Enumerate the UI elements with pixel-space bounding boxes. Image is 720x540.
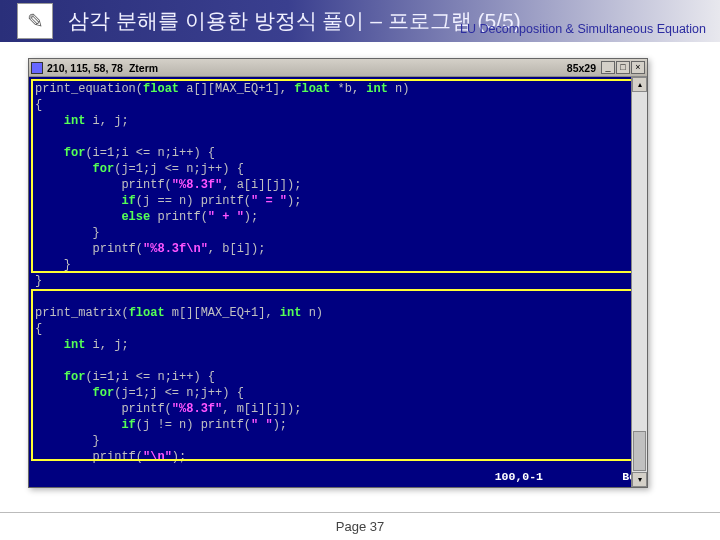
page-footer: Page 37: [0, 512, 720, 534]
status-position: 100,0-1: [33, 469, 583, 485]
code-line: {: [35, 97, 641, 113]
code-line: {: [35, 321, 641, 337]
code-line: for(j=1;j <= n;j++) {: [35, 161, 641, 177]
terminal-coords: 210, 115, 58, 78: [47, 62, 123, 74]
code-line: printf("%8.3f\n", b[i]);: [35, 241, 641, 257]
close-button[interactable]: ×: [631, 61, 645, 74]
code-line: [35, 289, 641, 305]
terminal-dims: 85x29: [567, 62, 596, 74]
code-line: for(j=1;j <= n;j++) {: [35, 385, 641, 401]
slide-title: 삼각 분해를 이용한 방정식 풀이 – 프로그램 (5/5): [68, 7, 521, 35]
code-line: print_equation(float a[][MAX_EQ+1], floa…: [35, 81, 641, 97]
page-number: Page 37: [336, 519, 384, 534]
terminal-titlebar[interactable]: 210, 115, 58, 78 Zterm 85x29 _ □ ×: [29, 59, 647, 77]
code-line: [35, 129, 641, 145]
code-line: if(j != n) printf(" ");: [35, 417, 641, 433]
minimize-button[interactable]: _: [601, 61, 615, 74]
scroll-up-button[interactable]: ▴: [632, 77, 647, 92]
code-line: print_matrix(float m[][MAX_EQ+1], int n): [35, 305, 641, 321]
code-line: }: [35, 273, 641, 289]
code-line: }: [35, 433, 641, 449]
logo-box: ✎: [18, 4, 52, 38]
code-line: printf("\n");: [35, 449, 641, 465]
terminal-window: 210, 115, 58, 78 Zterm 85x29 _ □ × print…: [28, 58, 648, 488]
terminal-statusbar: 100,0-1 Bot: [33, 469, 643, 485]
slide-subtitle: LU Decomposition & Simultaneous Equation: [460, 22, 706, 36]
code-line: [35, 353, 641, 369]
maximize-button[interactable]: □: [616, 61, 630, 74]
code-line: }: [35, 225, 641, 241]
terminal-scrollbar[interactable]: ▴ ▾: [631, 77, 647, 487]
book-icon: ✎: [27, 9, 44, 33]
code-line: int i, j;: [35, 113, 641, 129]
code-line: int i, j;: [35, 337, 641, 353]
code-line: }: [35, 257, 641, 273]
code-line: for(i=1;i <= n;i++) {: [35, 145, 641, 161]
code-line: if(j == n) printf(" = ");: [35, 193, 641, 209]
code-line: for(i=1;i <= n;i++) {: [35, 369, 641, 385]
terminal-app-name: Zterm: [129, 62, 158, 74]
code-line: printf("%8.3f", m[i][j]);: [35, 401, 641, 417]
code-line: else printf(" + ");: [35, 209, 641, 225]
scroll-track[interactable]: [632, 92, 647, 472]
code-line: printf("%8.3f", a[i][j]);: [35, 177, 641, 193]
scroll-thumb[interactable]: [633, 431, 646, 471]
terminal-body: print_equation(float a[][MAX_EQ+1], floa…: [29, 77, 647, 487]
scroll-down-button[interactable]: ▾: [632, 472, 647, 487]
terminal-app-icon: [31, 62, 43, 74]
